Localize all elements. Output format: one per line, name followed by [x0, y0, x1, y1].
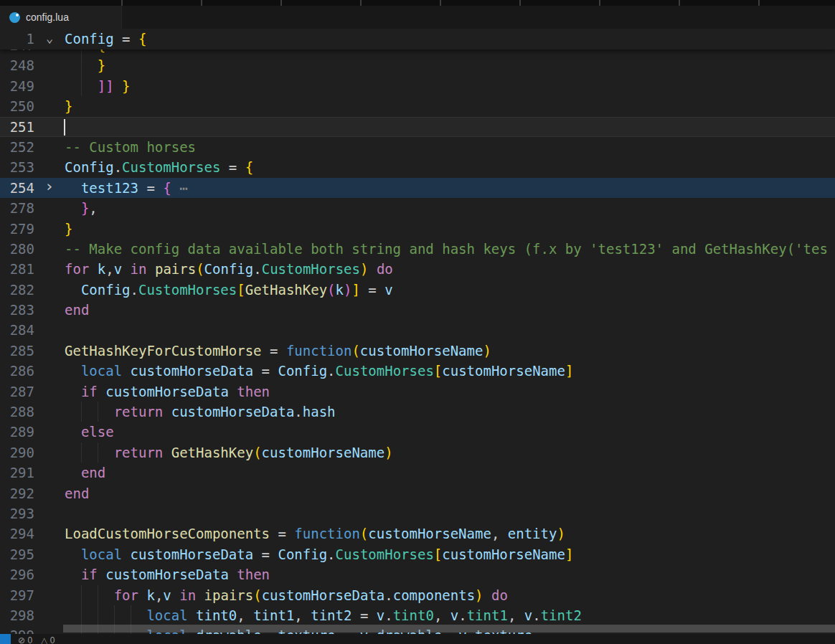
code-token: -- Make config data available both strin… — [65, 241, 828, 257]
code-token — [171, 180, 179, 196]
code-line[interactable]: 283end — [0, 300, 835, 320]
code-line[interactable]: 291 end — [0, 463, 835, 483]
code-token: for — [114, 587, 138, 603]
code-token: } — [65, 221, 72, 237]
code-line[interactable]: 290 return GetHashKey(customHorseName) — [0, 442, 835, 463]
sticky-scroll[interactable]: 1 ⌄ Config = { — [0, 29, 835, 49]
tab-config-lua[interactable]: config.lua — [0, 6, 122, 29]
code-text: }, — [65, 198, 98, 218]
line-number: 1 — [0, 29, 34, 49]
code-text: return customHorseData.hash — [65, 402, 336, 422]
fold-ellipsis: ⋯ — [179, 180, 188, 196]
code-token: . — [294, 404, 302, 420]
line-number[interactable]: 296 — [0, 564, 34, 584]
code-line[interactable]: 285GetHashKeyForCustomHorse = function(c… — [0, 341, 835, 361]
code-token — [65, 282, 81, 298]
warnings-count: △ 0 — [41, 635, 55, 644]
code-token: . — [327, 363, 335, 379]
line-number[interactable]: 288 — [0, 402, 34, 422]
line-number[interactable]: 291 — [0, 463, 34, 483]
code-token: customHorseName — [442, 546, 565, 562]
code-line[interactable]: 279} — [0, 219, 835, 239]
code-line[interactable]: 298 local tint0, tint1, tint2 = v.tint0,… — [0, 605, 835, 625]
code-token: tint1 — [253, 607, 294, 623]
code-line[interactable]: 295 local customHorseData = Config.Custo… — [0, 544, 835, 564]
code-line[interactable]: 286 local customHorseData = Config.Custo… — [0, 361, 835, 381]
line-number[interactable]: 278 — [0, 198, 34, 218]
code-text: local customHorseData = Config.CustomHor… — [65, 361, 573, 381]
line-number[interactable]: 289 — [0, 422, 34, 442]
line-number[interactable]: 281 — [0, 259, 34, 279]
line-number[interactable]: 284 — [0, 320, 34, 340]
editor[interactable]: 247 {248 }249 ]] }250}251252-- Custom ho… — [0, 29, 835, 634]
code-line[interactable]: 296 if customHorseData then — [0, 564, 835, 584]
code-line[interactable]: 250} — [0, 96, 835, 116]
code-token: then — [237, 567, 270, 582]
line-number[interactable]: 253 — [0, 157, 34, 177]
line-number[interactable]: 287 — [0, 382, 34, 402]
line-number[interactable]: 280 — [0, 239, 34, 259]
line-number[interactable]: 290 — [0, 442, 34, 463]
code-line[interactable]: 248 } — [0, 55, 835, 75]
code-text: for k,v in ipairs(customHorseData.compon… — [65, 585, 508, 605]
code-line[interactable]: 281for k,v in pairs(Config.CustomHorses)… — [0, 259, 835, 279]
line-number[interactable]: 285 — [0, 341, 34, 361]
code-token: ) — [385, 445, 392, 460]
code-line[interactable]: 251 — [0, 117, 835, 137]
code-token: test123 — [81, 180, 138, 196]
code-token — [98, 567, 105, 582]
code-line[interactable]: 282 Config.CustomHorses[GetHashKey(k)] =… — [0, 280, 835, 300]
code-token: end — [65, 302, 89, 318]
code-token: customHorseName — [442, 363, 565, 379]
code-line[interactable]: 280-- Make config data available both st… — [0, 239, 835, 259]
code-line[interactable]: 284 — [0, 320, 835, 340]
code-token — [65, 200, 81, 216]
code-line[interactable]: 288 return customHorseData.hash — [0, 402, 835, 422]
code-text: test123 = { ⋯ — [65, 178, 189, 198]
line-number[interactable]: 292 — [0, 483, 34, 503]
code-line[interactable]: 292end — [0, 483, 835, 503]
line-number[interactable]: 254 — [0, 178, 34, 198]
code-token — [122, 363, 130, 379]
code-line[interactable]: 287 if customHorseData then — [0, 382, 835, 402]
code-line[interactable]: 253Config.CustomHorses = { — [0, 157, 835, 177]
line-number[interactable]: 298 — [0, 605, 34, 625]
problems-indicator[interactable]: ⊘ 0 △ 0 — [11, 634, 55, 644]
code-token: ) — [557, 526, 565, 541]
line-number[interactable]: 282 — [0, 280, 34, 300]
line-number[interactable]: 283 — [0, 300, 34, 320]
code-token: GetHashKey — [171, 445, 253, 460]
code-line[interactable]: 254› test123 = { ⋯ — [0, 178, 835, 198]
remote-indicator[interactable] — [0, 634, 11, 644]
code-text: else — [65, 422, 114, 442]
code-token: = — [352, 607, 376, 623]
code-token: = — [220, 159, 245, 175]
code-token: customHorseName — [360, 343, 483, 359]
chevron-right-icon[interactable]: › — [44, 176, 54, 196]
code-line[interactable]: 252-- Custom horses — [0, 137, 835, 157]
vscode-window: config.lua 247 {248 }249 ]] }250}251252-… — [0, 0, 835, 644]
line-number[interactable]: 286 — [0, 361, 34, 381]
chevron-down-icon[interactable]: ⌄ — [46, 29, 53, 49]
code-token: function — [294, 526, 360, 541]
line-number[interactable]: 252 — [0, 137, 34, 157]
code-line[interactable]: 294LoadCustomHorseComponents = function(… — [0, 524, 835, 544]
line-number[interactable]: 293 — [0, 503, 34, 524]
line-number[interactable]: 279 — [0, 219, 34, 239]
code-token: k — [336, 282, 344, 298]
code-token: } — [65, 98, 72, 114]
line-number[interactable]: 299 — [0, 625, 34, 634]
line-number[interactable]: 297 — [0, 585, 34, 605]
line-number[interactable]: 295 — [0, 544, 34, 564]
line-number[interactable]: 294 — [0, 524, 34, 544]
code-token — [89, 261, 97, 277]
code-token: = — [114, 31, 138, 47]
code-line[interactable]: 278 }, — [0, 198, 835, 218]
code-line[interactable]: 289 else — [0, 422, 835, 442]
code-token: v — [114, 261, 122, 277]
code-line[interactable]: 249 ]] } — [0, 76, 835, 96]
code-line[interactable]: 293 — [0, 503, 835, 524]
code-token — [171, 587, 179, 603]
code-line[interactable]: 297 for k,v in ipairs(customHorseData.co… — [0, 585, 835, 605]
horizontal-scrollbar[interactable] — [63, 625, 835, 633]
